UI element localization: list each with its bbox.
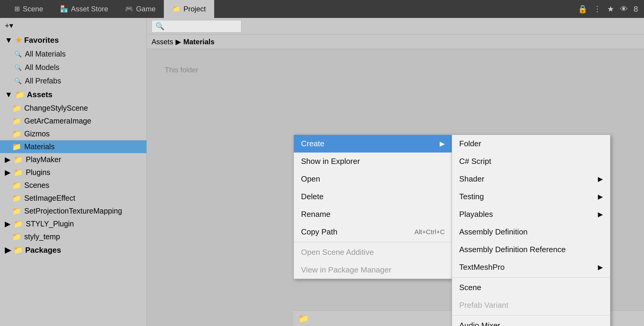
csharp-script-label: C# Script	[459, 157, 491, 166]
folder-materials: 📁	[12, 142, 21, 151]
arrow-playmaker: ▶	[5, 155, 10, 164]
search-icon-models: 🔍	[14, 64, 22, 71]
show-explorer-label: Show in Explorer	[301, 157, 360, 166]
all-models-label: All Models	[25, 63, 59, 72]
favorites-label: Favorites	[24, 36, 59, 45]
folder-playmaker: 📁	[13, 155, 23, 164]
folder-setprojection: 📁	[12, 207, 21, 215]
sidebar-item-gizmos[interactable]: 📁 Gizmos	[0, 127, 146, 140]
sidebar-item-getarcamera[interactable]: 📁 GetArCameraImage	[0, 115, 146, 127]
search-input[interactable]	[152, 20, 241, 33]
sidebar-item-all-prefabs[interactable]: 🔍 All Prefabs	[0, 74, 146, 88]
add-button[interactable]: +▾	[0, 18, 146, 33]
audio-mixer-label: Audio Mixer	[459, 321, 500, 326]
scene-icon: ⊞	[14, 5, 20, 13]
testing-arrow: ▶	[598, 193, 603, 201]
sidebar: +▾ ▼ ★ Favorites 🔍 All Materials 🔍 All M…	[0, 18, 147, 326]
folder-scenes: 📁	[12, 181, 21, 190]
folder-styly: 📁	[13, 220, 23, 228]
tab-game-label: Game	[136, 5, 155, 13]
submenu-textmeshpro[interactable]: TextMeshPro ▶	[452, 258, 610, 276]
favorites-star: ★	[15, 36, 22, 45]
sidebar-item-setimageeffect[interactable]: 📁 SetImageEffect	[0, 192, 146, 205]
sidebar-item-playmaker[interactable]: ▶ 📁 PlayMaker	[0, 153, 146, 166]
sidebar-item-materials[interactable]: 📁 Materials	[0, 140, 146, 153]
sidebar-item-changestyly[interactable]: 📁 ChangeStylyScene	[0, 102, 146, 115]
sidebar-item-scenes[interactable]: 📁 Scenes	[0, 179, 146, 192]
submenu-folder[interactable]: Folder	[452, 135, 610, 153]
submenu-playables[interactable]: Playables ▶	[452, 205, 610, 223]
bottom-folder-icon[interactable]: 📁	[298, 313, 309, 323]
context-menu-delete[interactable]: Delete	[294, 188, 452, 205]
submenu-prefab-variant: Prefab Variant	[452, 296, 610, 314]
sidebar-item-setprojection[interactable]: 📁 SetProjectionTextureMapping	[0, 205, 146, 217]
asset-store-icon: 🏪	[60, 5, 68, 13]
create-submenu: Folder C# Script Shader ▶ Testing ▶ Play…	[452, 135, 610, 326]
assembly-def-ref-label: Assembly Definition Reference	[459, 245, 566, 254]
submenu-testing[interactable]: Testing ▶	[452, 188, 610, 205]
folder-plugins: 📁	[13, 168, 23, 177]
breadcrumb-assets[interactable]: Assets	[152, 38, 173, 46]
context-menu-rename[interactable]: Rename	[294, 205, 452, 223]
more-icon[interactable]: ⋮	[593, 4, 601, 14]
star-icon[interactable]: ★	[607, 4, 614, 14]
sidebar-item-all-materials[interactable]: 🔍 All Materials	[0, 47, 146, 61]
tab-scene[interactable]: ⊞ Scene	[6, 0, 52, 18]
breadcrumb: Assets ▶ Materials	[147, 35, 644, 49]
assets-header[interactable]: ▼ 📁 Assets	[0, 88, 146, 102]
lock-icon[interactable]: 🔒	[578, 4, 587, 14]
all-prefabs-label: All Prefabs	[25, 77, 61, 85]
submenu-sep-2	[452, 315, 610, 316]
context-menu-show-explorer[interactable]: Show in Explorer	[294, 153, 452, 170]
main-layout: +▾ ▼ ★ Favorites 🔍 All Materials 🔍 All M…	[0, 18, 644, 326]
tab-game[interactable]: 🎮 Game	[117, 0, 164, 18]
delete-label: Delete	[301, 192, 323, 201]
submenu-assembly-def[interactable]: Assembly Definition	[452, 223, 610, 241]
submenu-assembly-def-ref[interactable]: Assembly Definition Reference	[452, 241, 610, 258]
testing-label: Testing	[459, 192, 484, 201]
tab-project-label: Project	[183, 5, 206, 13]
context-menu-copy-path[interactable]: Copy Path Alt+Ctrl+C	[294, 223, 452, 241]
submenu-shader[interactable]: Shader ▶	[452, 170, 610, 188]
arrow-plugins: ▶	[5, 168, 10, 177]
context-menu-open-scene-additive: Open Scene Additive	[294, 243, 452, 261]
eye-icon[interactable]: 👁	[620, 4, 628, 14]
tab-asset-store-label: Asset Store	[71, 5, 108, 13]
submenu-sep-1	[452, 277, 610, 278]
packages-triangle: ▶	[5, 246, 11, 255]
folder-gizmos: 📁	[12, 130, 21, 138]
packages-folder-icon: 📁	[13, 246, 23, 255]
context-menu-open[interactable]: Open	[294, 170, 452, 188]
content-area: Assets ▶ Materials This folder Create ▶ …	[147, 18, 644, 326]
sidebar-item-plugins[interactable]: ▶ 📁 Plugins	[0, 166, 146, 179]
sidebar-item-all-models[interactable]: 🔍 All Models	[0, 61, 146, 74]
tab-project[interactable]: 📁 Project	[164, 0, 214, 18]
rename-label: Rename	[301, 210, 330, 219]
sidebar-item-styly-plugin[interactable]: ▶ 📁 STYLY_Plugin	[0, 217, 146, 230]
packages-header[interactable]: ▶ 📁 Packages	[0, 243, 146, 257]
search-icon-prefabs: 🔍	[14, 77, 22, 85]
folder-getarcamera: 📁	[12, 117, 21, 125]
shader-arrow: ▶	[598, 175, 603, 183]
search-icon-materials: 🔍	[14, 51, 22, 58]
project-icon: 📁	[172, 5, 180, 13]
submenu-csharp-script[interactable]: C# Script	[452, 153, 610, 170]
context-menu-view-package-manager: View in Package Manager	[294, 261, 452, 279]
create-label: Create	[301, 139, 324, 148]
shader-label: Shader	[459, 174, 484, 184]
submenu-audio-mixer[interactable]: Audio Mixer	[452, 317, 610, 326]
assets-label: Assets	[27, 90, 52, 99]
folder-label: Folder	[459, 139, 481, 148]
favorites-header[interactable]: ▼ ★ Favorites	[0, 33, 146, 47]
submenu-scene[interactable]: Scene	[452, 279, 610, 296]
tab-scene-label: Scene	[23, 5, 43, 13]
favorites-triangle: ▼	[5, 36, 13, 45]
game-icon: 🎮	[125, 5, 133, 13]
scene-label: Scene	[459, 283, 481, 292]
context-menu-create[interactable]: Create ▶	[294, 135, 452, 153]
assembly-def-label: Assembly Definition	[459, 227, 527, 237]
tab-asset-store[interactable]: 🏪 Asset Store	[52, 0, 117, 18]
separator-1	[294, 242, 452, 242]
copy-path-label: Copy Path	[301, 227, 337, 237]
sidebar-item-styly-temp[interactable]: 📁 styly_temp	[0, 230, 146, 243]
